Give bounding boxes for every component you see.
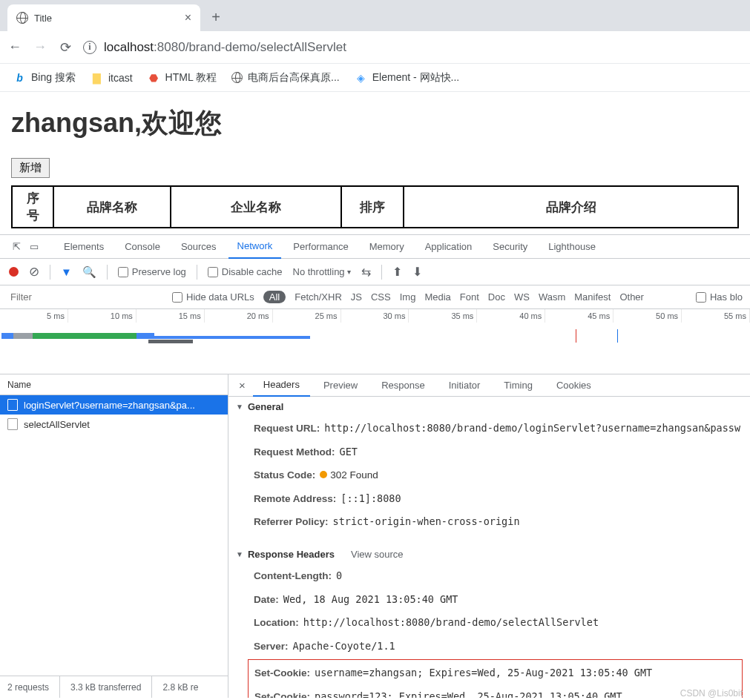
filter-other[interactable]: Other bbox=[619, 291, 644, 303]
network-filter-bar: Hide data URLs All Fetch/XHR JS CSS Img … bbox=[0, 285, 750, 309]
reload-icon[interactable]: ⟳ bbox=[58, 39, 73, 56]
filter-doc[interactable]: Doc bbox=[488, 291, 505, 303]
throttling-select[interactable]: No throttling▾ bbox=[293, 266, 351, 277]
detail-tabs: × Headers Preview Response Initiator Tim… bbox=[228, 374, 750, 397]
globe-icon bbox=[231, 72, 243, 83]
chevron-down-icon: ▼ bbox=[236, 403, 243, 411]
close-tab-icon[interactable]: × bbox=[185, 11, 191, 24]
remote-address: [::1]:8080 bbox=[341, 491, 401, 507]
bookmark-html[interactable]: ⬣HTML 教程 bbox=[148, 71, 217, 85]
col-company: 企业名称 bbox=[171, 186, 341, 228]
tab-sources[interactable]: Sources bbox=[172, 235, 226, 259]
url-port: :8080 bbox=[154, 40, 185, 54]
tab-security[interactable]: Security bbox=[484, 235, 536, 259]
back-icon[interactable]: ← bbox=[7, 39, 22, 55]
tab-console[interactable]: Console bbox=[116, 235, 169, 259]
bookmark-element[interactable]: ◈Element - 网站快... bbox=[355, 71, 459, 85]
hide-data-urls-checkbox[interactable]: Hide data URLs bbox=[172, 291, 254, 303]
url-path: /brand-demo/selectAllServlet bbox=[185, 40, 346, 54]
request-url: http://localhost:8080/brand-demo/loginSe… bbox=[324, 420, 740, 437]
filter-img[interactable]: Img bbox=[400, 291, 416, 303]
tab-network[interactable]: Network bbox=[228, 235, 282, 259]
filter-ws[interactable]: WS bbox=[514, 291, 530, 303]
referrer-policy: strict-origin-when-cross-origin bbox=[333, 514, 520, 530]
devtools: ⇱ ▭ Elements Console Sources Network Per… bbox=[0, 234, 750, 698]
add-button[interactable]: 新增 bbox=[11, 158, 50, 178]
filter-font[interactable]: Font bbox=[460, 291, 479, 303]
response-headers-section[interactable]: ▼Response HeadersView source bbox=[228, 544, 750, 564]
brand-table: 序号 品牌名称 企业名称 排序 品牌介绍 bbox=[11, 185, 739, 228]
tab-cookies[interactable]: Cookies bbox=[546, 374, 602, 397]
page-heading: zhangsan,欢迎您 bbox=[11, 105, 739, 142]
filter-all[interactable]: All bbox=[263, 291, 286, 303]
has-blocked-checkbox[interactable]: Has blo bbox=[696, 291, 743, 303]
close-details-icon[interactable]: × bbox=[234, 379, 250, 392]
tab-application[interactable]: Application bbox=[416, 235, 481, 259]
col-index: 序号 bbox=[12, 186, 53, 228]
device-icon[interactable]: ▭ bbox=[27, 241, 42, 252]
file-icon bbox=[7, 399, 18, 411]
download-icon[interactable]: ⬇ bbox=[412, 265, 422, 279]
timeline-bar bbox=[148, 340, 193, 343]
status-dot-icon bbox=[320, 471, 327, 478]
forward-icon[interactable]: → bbox=[33, 39, 47, 55]
tab-timing[interactable]: Timing bbox=[493, 374, 543, 397]
timeline-marker bbox=[576, 329, 576, 343]
disable-cache-checkbox[interactable]: Disable cache bbox=[208, 266, 283, 277]
request-details: × Headers Preview Response Initiator Tim… bbox=[228, 374, 750, 698]
col-order: 排序 bbox=[341, 186, 404, 228]
filter-css[interactable]: CSS bbox=[371, 291, 391, 303]
tab-title: Title bbox=[34, 13, 52, 24]
filter-input[interactable] bbox=[7, 289, 163, 306]
general-section[interactable]: ▼General bbox=[228, 397, 750, 417]
info-icon[interactable]: i bbox=[83, 41, 96, 54]
filter-wasm[interactable]: Wasm bbox=[539, 291, 565, 303]
file-icon bbox=[7, 418, 18, 430]
inspect-icon[interactable]: ⇱ bbox=[9, 241, 24, 252]
name-column-header[interactable]: Name bbox=[0, 374, 228, 395]
view-source-link[interactable]: View source bbox=[351, 549, 404, 560]
globe-icon bbox=[16, 12, 28, 24]
timeline-bar bbox=[33, 333, 136, 339]
search-icon[interactable]: 🔍 bbox=[82, 265, 96, 279]
browser-tab[interactable]: Title × bbox=[7, 4, 200, 31]
new-tab-button[interactable]: + bbox=[205, 6, 227, 28]
filter-js[interactable]: JS bbox=[351, 291, 362, 303]
request-row[interactable]: selectAllServlet bbox=[0, 415, 228, 434]
timeline-bar bbox=[13, 333, 33, 339]
record-icon[interactable] bbox=[9, 267, 19, 277]
upload-icon[interactable]: ⬆ bbox=[392, 265, 402, 279]
tab-memory[interactable]: Memory bbox=[361, 235, 413, 259]
request-row[interactable]: loginServlet?username=zhangsan&pa... bbox=[0, 395, 228, 415]
tab-preview[interactable]: Preview bbox=[313, 374, 368, 397]
filter-manifest[interactable]: Manifest bbox=[574, 291, 611, 303]
bookmarks-bar: bBing 搜索 ▇itcast ⬣HTML 教程 电商后台高保真原... ◈E… bbox=[0, 64, 750, 92]
browser-toolbar: ← → ⟳ i localhost:8080/brand-demo/select… bbox=[0, 31, 750, 64]
network-status-bar: 2 requests 3.3 kB transferred 2.8 kB re bbox=[0, 676, 228, 698]
filter-fetchxhr[interactable]: Fetch/XHR bbox=[295, 291, 342, 303]
preserve-log-checkbox[interactable]: Preserve log bbox=[118, 266, 186, 277]
network-toolbar: ⊘ ▼ 🔍 Preserve log Disable cache No thro… bbox=[0, 259, 750, 285]
tab-response[interactable]: Response bbox=[371, 374, 435, 397]
filter-icon[interactable]: ▼ bbox=[61, 265, 72, 278]
clear-icon[interactable]: ⊘ bbox=[29, 264, 39, 280]
filter-media[interactable]: Media bbox=[424, 291, 450, 303]
network-timeline[interactable]: 5 ms 10 ms 15 ms 20 ms 25 ms 30 ms 35 ms… bbox=[0, 309, 750, 374]
page-content: zhangsan,欢迎您 新增 序号 品牌名称 企业名称 排序 品牌介绍 bbox=[0, 92, 750, 234]
watermark: CSDN @Lis0bit bbox=[680, 688, 743, 699]
chevron-down-icon: ▼ bbox=[236, 550, 243, 558]
wifi-icon[interactable]: ⇆ bbox=[361, 265, 371, 279]
tab-initiator[interactable]: Initiator bbox=[438, 374, 491, 397]
bookmark-itcast[interactable]: ▇itcast bbox=[91, 71, 133, 84]
tab-elements[interactable]: Elements bbox=[55, 235, 113, 259]
tab-headers[interactable]: Headers bbox=[253, 374, 310, 397]
bookmark-ecom[interactable]: 电商后台高保真原... bbox=[231, 71, 340, 85]
status-code: 302 Found bbox=[320, 467, 378, 483]
tab-performance[interactable]: Performance bbox=[284, 235, 357, 259]
tab-lighthouse[interactable]: Lighthouse bbox=[539, 235, 605, 259]
request-method: GET bbox=[340, 444, 358, 460]
request-list: Name loginServlet?username=zhangsan&pa..… bbox=[0, 374, 228, 698]
timeline-bar bbox=[154, 336, 310, 339]
address-bar[interactable]: i localhost:8080/brand-demo/selectAllSer… bbox=[83, 40, 346, 55]
bookmark-bing[interactable]: bBing 搜索 bbox=[13, 71, 76, 85]
